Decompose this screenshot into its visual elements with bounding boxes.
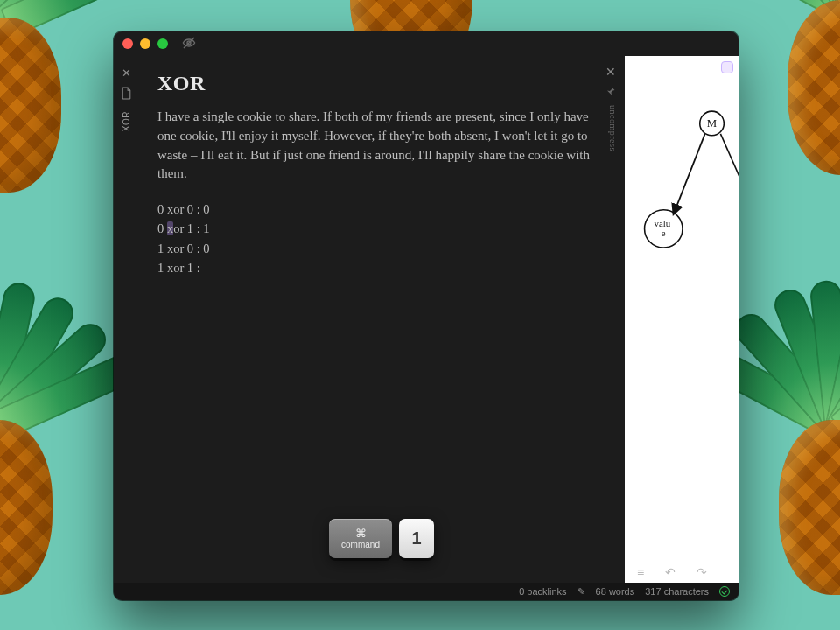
window-titlebar[interactable] — [114, 32, 738, 56]
truth-row: 0 xor 0 : 0 — [158, 200, 600, 219]
traffic-light-minimize[interactable] — [140, 38, 150, 49]
editor-pane[interactable]: ✕ uncompress XOR I have a single cookie … — [138, 56, 625, 583]
panel-pin-icon[interactable] — [606, 86, 616, 100]
truth-row: 1 xor 0 : 0 — [158, 239, 600, 258]
canvas-node-top-label: M — [707, 117, 718, 130]
canvas-node-bottom-label-2: e — [662, 228, 666, 238]
status-backlinks[interactable]: 0 backlinks — [519, 586, 566, 597]
note-body[interactable]: I have a single cookie to share. If both… — [158, 108, 600, 184]
canvas-undo-icon[interactable]: ↶ — [665, 565, 676, 579]
status-chars[interactable]: 317 characters — [645, 586, 709, 597]
note-title[interactable]: XOR — [158, 72, 600, 95]
tab-label[interactable]: XOR — [122, 111, 131, 131]
truth-row: 0 xor 1 : 1 — [158, 219, 600, 238]
panel-side-label: uncompress — [608, 105, 618, 151]
desktop-wallpaper: ✕ XOR ✕ uncompress XOR I have a single c… — [0, 0, 840, 630]
edit-mode-icon[interactable]: ✎ — [578, 586, 585, 598]
close-tab-icon[interactable]: ✕ — [122, 66, 131, 80]
traffic-light-zoom[interactable] — [158, 38, 168, 49]
visibility-off-icon[interactable] — [182, 36, 196, 52]
svg-line-6 — [720, 134, 738, 192]
shortcut-hint: ⌘ command 1 — [329, 519, 434, 558]
command-glyph-icon: ⌘ — [329, 528, 392, 540]
key-command: ⌘ command — [329, 519, 392, 558]
traffic-light-close[interactable] — [122, 38, 133, 49]
canvas-menu-icon[interactable]: ≡ — [637, 565, 644, 579]
sync-ok-icon[interactable] — [719, 586, 730, 597]
canvas-drawing[interactable]: M valu e — [625, 56, 738, 583]
key-1: 1 — [399, 519, 434, 558]
svg-line-5 — [674, 134, 705, 214]
truth-table[interactable]: 0 xor 0 : 0 0 xor 1 : 1 1 xor 0 : 0 1 xo… — [158, 200, 600, 278]
app-window: ✕ XOR ✕ uncompress XOR I have a single c… — [114, 32, 738, 600]
canvas-toolbar: ≡ ↶ ↷ — [637, 565, 707, 579]
command-label: command — [329, 540, 392, 550]
status-words[interactable]: 68 words — [596, 586, 635, 597]
canvas-pane[interactable]: M valu e ≡ ↶ ↷ — [625, 56, 738, 583]
truth-row: 1 xor 1 : — [158, 258, 600, 277]
canvas-redo-icon[interactable]: ↷ — [696, 565, 707, 579]
document-icon[interactable] — [121, 87, 132, 102]
panel-close-icon[interactable]: ✕ — [606, 65, 616, 80]
status-bar: 0 backlinks ✎ 68 words 317 characters — [114, 583, 738, 600]
left-rail: ✕ XOR — [114, 56, 138, 583]
